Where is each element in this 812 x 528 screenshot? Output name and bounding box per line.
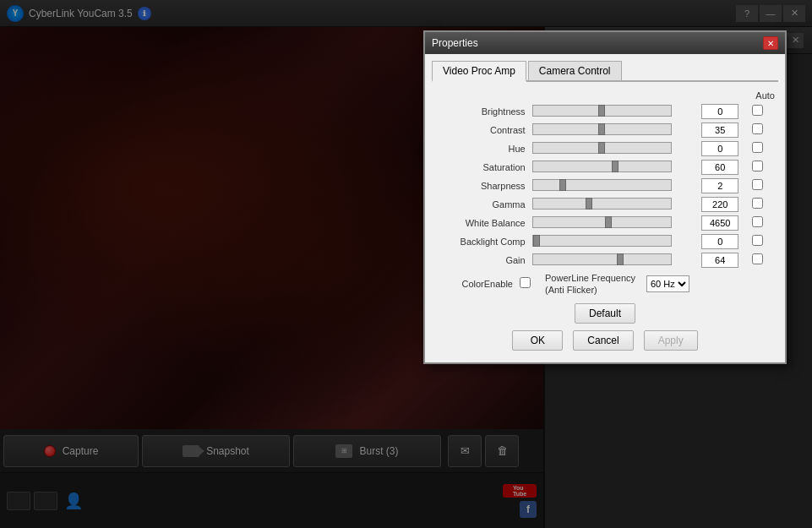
prop-auto-checkbox-2[interactable] xyxy=(752,142,763,153)
prop-auto-cell-1 xyxy=(749,121,778,139)
prop-value-cell-7 xyxy=(698,232,749,251)
apply-button[interactable]: Apply xyxy=(644,330,698,351)
prop-slider-1[interactable] xyxy=(532,123,672,135)
prop-row-hue: Hue xyxy=(432,139,778,158)
prop-label-1: Contrast xyxy=(432,121,529,139)
prop-row-gain: Gain xyxy=(432,251,778,269)
dialog-actions: OK Cancel Apply xyxy=(432,327,778,356)
prop-slider-cell-0 xyxy=(529,102,699,121)
prop-auto-cell-5 xyxy=(749,195,778,214)
prop-slider-cell-2 xyxy=(529,139,699,158)
prop-slider-cell-6 xyxy=(529,214,699,232)
dialog-footer-row: Default xyxy=(432,303,778,324)
prop-auto-checkbox-6[interactable] xyxy=(752,216,763,227)
dialog-tabs: Video Proc Amp Camera Control xyxy=(432,61,778,82)
prop-auto-cell-6 xyxy=(749,214,778,232)
prop-label-8: Gain xyxy=(432,251,529,269)
prop-value-input-1[interactable] xyxy=(701,122,738,138)
properties-table: Auto Brightness Contrast xyxy=(432,89,778,269)
tab-video-proc-amp-label: Video Proc Amp xyxy=(443,65,515,77)
prop-auto-checkbox-0[interactable] xyxy=(752,105,763,116)
prop-value-input-8[interactable] xyxy=(701,253,738,268)
prop-value-input-5[interactable] xyxy=(701,197,738,212)
prop-auto-checkbox-1[interactable] xyxy=(752,123,763,134)
prop-auto-checkbox-5[interactable] xyxy=(752,198,763,209)
prop-label-3: Saturation xyxy=(432,158,529,177)
prop-slider-2[interactable] xyxy=(532,142,672,154)
prop-slider-8[interactable] xyxy=(532,253,672,265)
prop-slider-5[interactable] xyxy=(532,198,672,210)
prop-slider-cell-5 xyxy=(529,195,699,214)
prop-label-0: Brightness xyxy=(432,102,529,121)
prop-auto-cell-3 xyxy=(749,158,778,177)
prop-auto-cell-4 xyxy=(749,177,778,195)
prop-row-saturation: Saturation xyxy=(432,158,778,177)
prop-label-7: Backlight Comp xyxy=(432,232,529,251)
prop-auto-cell-8 xyxy=(749,251,778,269)
prop-slider-7[interactable] xyxy=(532,235,672,247)
modal-backdrop: Properties ✕ Video Proc Amp Camera Contr… xyxy=(0,0,812,528)
prop-slider-cell-8 xyxy=(529,251,699,269)
prop-slider-cell-7 xyxy=(529,232,699,251)
prop-value-input-6[interactable] xyxy=(701,215,738,231)
prop-label-4: Sharpness xyxy=(432,177,529,195)
prop-value-cell-4 xyxy=(698,177,749,195)
color-enable-label: ColorEnable xyxy=(432,269,516,298)
prop-auto-checkbox-3[interactable] xyxy=(752,161,763,171)
colorfreq-row: ColorEnable PowerLine Frequency(Anti Fli… xyxy=(432,269,778,298)
prop-label-2: Hue xyxy=(432,139,529,158)
prop-auto-cell-2 xyxy=(749,139,778,158)
prop-slider-cell-3 xyxy=(529,158,699,177)
default-button[interactable]: Default xyxy=(575,303,635,324)
tab-camera-control[interactable]: Camera Control xyxy=(528,61,622,80)
prop-value-input-3[interactable] xyxy=(701,160,738,175)
dialog-title-bar: Properties ✕ xyxy=(425,32,785,54)
prop-label-5: Gamma xyxy=(432,195,529,214)
prop-value-cell-2 xyxy=(698,139,749,158)
extra-props-table: ColorEnable PowerLine Frequency(Anti Fli… xyxy=(432,269,778,298)
dialog-body: Video Proc Amp Camera Control Auto xyxy=(425,54,785,362)
cancel-button[interactable]: Cancel xyxy=(573,330,633,351)
dialog-close-button[interactable]: ✕ xyxy=(763,36,778,50)
prop-label-6: White Balance xyxy=(432,214,529,232)
prop-value-cell-1 xyxy=(698,121,749,139)
prop-value-input-2[interactable] xyxy=(701,141,738,156)
prop-row-contrast: Contrast xyxy=(432,121,778,139)
prop-slider-cell-1 xyxy=(529,121,699,139)
prop-row-white-balance: White Balance xyxy=(432,214,778,232)
prop-row-brightness: Brightness xyxy=(432,102,778,121)
prop-value-input-0[interactable] xyxy=(701,104,738,119)
prop-row-gamma: Gamma xyxy=(432,195,778,214)
prop-slider-4[interactable] xyxy=(532,179,672,191)
properties-dialog: Properties ✕ Video Proc Amp Camera Contr… xyxy=(423,30,787,364)
prop-value-input-7[interactable] xyxy=(701,234,738,249)
prop-slider-0[interactable] xyxy=(532,105,672,117)
prop-slider-cell-4 xyxy=(529,177,699,195)
freq-select[interactable]: 50 Hz 60 Hz xyxy=(646,275,689,292)
prop-value-cell-0 xyxy=(698,102,749,121)
prop-slider-3[interactable] xyxy=(532,161,672,172)
prop-auto-checkbox-8[interactable] xyxy=(752,253,763,264)
prop-value-cell-5 xyxy=(698,195,749,214)
prop-slider-6[interactable] xyxy=(532,216,672,228)
prop-auto-checkbox-4[interactable] xyxy=(752,179,763,190)
ok-button[interactable]: OK xyxy=(512,330,563,351)
tab-video-proc-amp[interactable]: Video Proc Amp xyxy=(432,61,526,82)
dialog-title: Properties xyxy=(432,37,763,49)
prop-auto-checkbox-7[interactable] xyxy=(752,235,763,246)
tab-camera-control-label: Camera Control xyxy=(539,65,611,77)
prop-row-sharpness: Sharpness xyxy=(432,177,778,195)
powerline-label: PowerLine Frequency(Anti Flicker) xyxy=(545,273,635,295)
color-enable-checkbox[interactable] xyxy=(520,277,531,288)
prop-value-input-4[interactable] xyxy=(701,178,738,193)
prop-value-cell-3 xyxy=(698,158,749,177)
prop-row-backlight-comp: Backlight Comp xyxy=(432,232,778,251)
prop-auto-cell-0 xyxy=(749,102,778,121)
prop-value-cell-8 xyxy=(698,251,749,269)
prop-value-cell-6 xyxy=(698,214,749,232)
auto-header: Auto xyxy=(749,89,778,102)
prop-auto-cell-7 xyxy=(749,232,778,251)
